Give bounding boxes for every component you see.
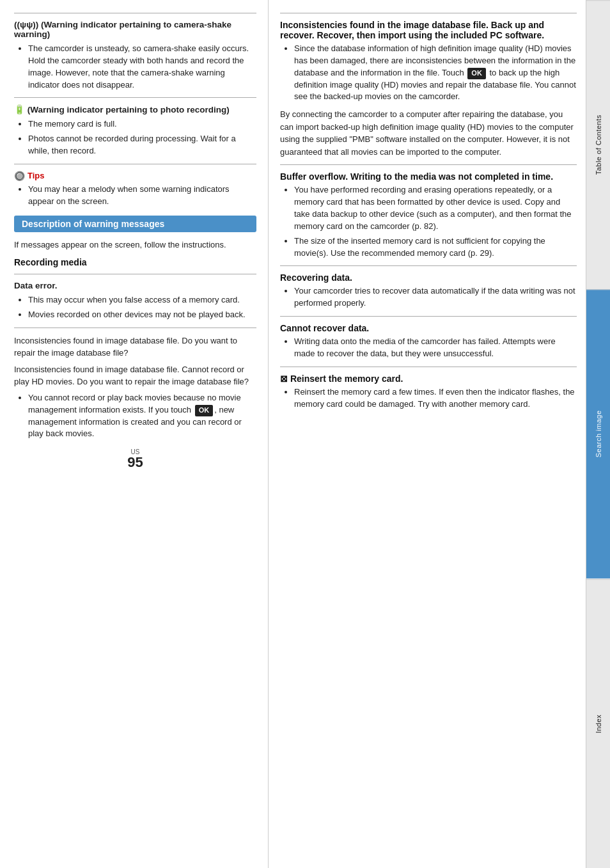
inconsistencies-title1: Inconsistencies found in image database … xyxy=(14,335,256,359)
list-item: You cannot record or play back movies be… xyxy=(28,392,256,440)
list-item: Writing data onto the media of the camco… xyxy=(294,336,577,360)
recovering-data-section: Recovering data. Your camcorder tries to… xyxy=(280,272,577,310)
right-column: Inconsistencies found in the image datab… xyxy=(269,0,586,868)
reinsert-bullets: Reinsert the memory card a few times. If… xyxy=(280,386,577,411)
cannot-recover-bullets: Writing data onto the media of the camco… xyxy=(280,336,577,360)
sidebar-tab-index[interactable]: Index xyxy=(586,579,610,868)
sidebar-tab-search[interactable]: Search image xyxy=(586,289,610,578)
recording-media-title: Recording media xyxy=(14,257,256,267)
camera-shake-title: ((ψψ)) (Warning indicator pertaining to … xyxy=(14,20,256,39)
list-item: Since the database information of high d… xyxy=(294,43,577,103)
description-intro: If messages appear on the screen, follow… xyxy=(14,239,256,251)
list-item: This may occur when you false access of … xyxy=(28,294,256,306)
list-item: You may hear a melody when some warning … xyxy=(28,184,256,208)
description-heading-box: Description of warning messages xyxy=(14,216,256,232)
tips-label: 🔘 Tips xyxy=(14,171,256,181)
page-number-main: 95 xyxy=(14,455,256,470)
reinsert-section: ⊠ Reinsert the memory card. Reinsert the… xyxy=(280,374,577,411)
recovering-data-title: Recovering data. xyxy=(280,272,577,283)
data-error-title: Data error. xyxy=(14,281,256,290)
reinsert-title: ⊠ Reinsert the memory card. xyxy=(280,374,577,384)
camera-shake-section: ((ψψ)) (Warning indicator pertaining to … xyxy=(14,20,256,91)
inconsistencies-bullets: You cannot record or play back movies be… xyxy=(14,392,256,440)
list-item: The camcorder is unsteady, so camera-sha… xyxy=(28,43,256,91)
right-inconsistencies-title: Inconsistencies found in the image datab… xyxy=(280,20,577,40)
list-item: Movies recorded on other devices may not… xyxy=(28,309,256,321)
cannot-recover-section: Cannot recover data. Writing data onto t… xyxy=(280,323,577,360)
ok-badge: OK xyxy=(195,405,214,416)
list-item: The memory card is full. xyxy=(28,118,256,130)
data-error-section: Data error. This may occur when you fals… xyxy=(14,281,256,321)
buffer-overflow-section: Buffer overflow. Writing to the media wa… xyxy=(280,171,577,259)
list-item: Your camcorder tries to recover data aut… xyxy=(294,285,577,310)
list-item: Reinsert the memory card a few times. If… xyxy=(294,386,577,411)
right-inconsistencies-section: Inconsistencies found in the image datab… xyxy=(280,20,577,158)
description-heading-text: Description of warning messages xyxy=(22,219,164,229)
list-item: You have performed recording and erasing… xyxy=(294,184,577,232)
sidebar-right: Table of Contents Search image Index xyxy=(586,0,610,868)
inconsistencies-title2: Inconsistencies found in image database … xyxy=(14,363,256,388)
photo-recording-section: 🔋 (Warning indicator pertaining to photo… xyxy=(14,104,256,157)
cannot-recover-title: Cannot recover data. xyxy=(280,323,577,333)
buffer-overflow-bullets: You have performed recording and erasing… xyxy=(280,184,577,259)
sidebar-tab-toc[interactable]: Table of Contents xyxy=(586,0,610,289)
photo-icon: 🔋 xyxy=(14,105,25,114)
page-number-area: US 95 xyxy=(14,445,256,476)
ok-badge: OK xyxy=(467,68,486,79)
photo-recording-title: 🔋 (Warning indicator pertaining to photo… xyxy=(14,104,256,114)
tips-bullets: You may hear a melody when some warning … xyxy=(14,184,256,208)
right-inconsistencies-bullets: Since the database information of high d… xyxy=(280,43,577,103)
inconsistencies-section: Inconsistencies found in image database … xyxy=(14,335,256,440)
buffer-overflow-title: Buffer overflow. Writing to the media wa… xyxy=(280,171,577,182)
list-item: The size of the inserted memory card is … xyxy=(294,235,577,260)
tips-section: 🔘 Tips You may hear a melody when some w… xyxy=(14,171,256,208)
right-inconsistencies-para: By connecting the camcorder to a compute… xyxy=(280,108,577,158)
left-column: ((ψψ)) (Warning indicator pertaining to … xyxy=(0,0,269,868)
photo-recording-bullets: The memory card is full. Photos cannot b… xyxy=(14,118,256,157)
list-item: Photos cannot be recorded during process… xyxy=(28,133,256,157)
tips-icon: 🔘 xyxy=(14,171,25,181)
data-error-bullets: This may occur when you false access of … xyxy=(14,294,256,321)
recovering-data-bullets: Your camcorder tries to recover data aut… xyxy=(280,285,577,310)
camera-shake-bullets: The camcorder is unsteady, so camera-sha… xyxy=(14,43,256,91)
